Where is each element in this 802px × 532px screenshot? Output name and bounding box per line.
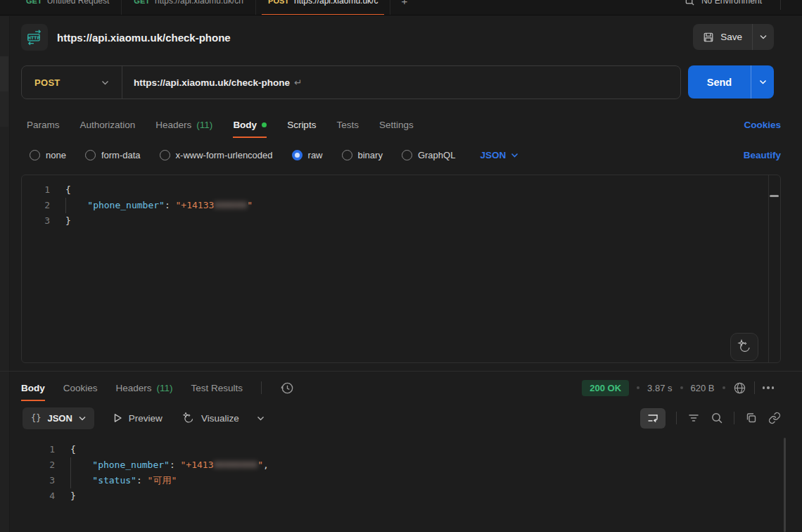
history-button[interactable] [280,381,295,395]
body-type-none[interactable]: none [30,150,66,160]
visualize-button[interactable]: Visualize [182,412,239,425]
more-options-button[interactable] [763,386,775,389]
tab-method-label: GET [26,0,42,5]
response-toolbar: {} JSON Preview Visualize [23,407,781,429]
tab-method-label: POST [268,0,289,5]
response-size[interactable]: 620 B [691,383,715,393]
chevron-down-icon [759,80,767,84]
send-button[interactable]: Send [688,65,751,99]
code-line: 1{ [22,182,780,198]
tab-headers[interactable]: Headers(11) [155,111,212,138]
chevron-down-icon [79,416,86,421]
tab-scripts[interactable]: Scripts [287,111,316,138]
send-dropdown-button[interactable] [751,65,774,99]
tab-tests[interactable]: Tests [336,111,359,138]
code-token: " [247,200,253,210]
code-token: "status" [92,475,136,486]
request-title: https://api.xiaomu.uk/check-phone [57,32,231,44]
code-token: : [165,200,176,210]
chevron-down-icon [257,416,265,421]
code-content: { [70,442,76,457]
response-time[interactable]: 3.87 s [647,383,672,393]
tab-label: Headers [155,120,191,130]
tab-params[interactable]: Params [27,111,60,138]
link-button[interactable] [768,412,781,424]
copy-button[interactable] [745,412,758,424]
preview-button[interactable]: Preview [113,413,163,424]
postbot-button[interactable] [730,333,758,361]
body-type-form-data[interactable]: form-data [85,150,141,160]
response-body-viewer[interactable]: 1{2 "phone_number": "+141300000000",3 "s… [21,435,767,504]
code-token: , [263,460,269,470]
save-button[interactable]: Save [693,24,752,50]
collapsed-sidebar[interactable] [0,16,10,532]
response-format-selector[interactable]: {} JSON [23,407,94,429]
request-tab[interactable]: GEThttps://api.xiaomu.uk/ch [122,0,256,15]
format-selector[interactable]: JSON [480,150,518,160]
response-tab-body[interactable]: Body [21,374,45,401]
code-token: "phone_number" [92,460,170,470]
code-token [70,475,92,486]
line-number: 1 [22,182,50,198]
response-scroll-thumb[interactable] [784,438,786,532]
body-type-GraphQL[interactable]: GraphQL [402,150,455,160]
body-type-raw[interactable]: raw [292,150,323,160]
return-symbol: ↵ [294,77,302,88]
body-type-x-www-form-urlencoded[interactable]: x-www-form-urlencoded [160,150,273,160]
editor-scroll-thumb[interactable] [770,195,779,197]
tab-method-label: GET [134,0,150,5]
tab-label: Settings [379,120,414,130]
save-dropdown-button[interactable] [752,24,774,50]
visualize-dropdown-button[interactable] [257,416,265,421]
send-button-group: Send [688,65,774,99]
url-input[interactable]: https://api.xiaomu.uk/check-phone↵ [122,77,302,88]
search-button[interactable] [711,412,723,424]
status-badge[interactable]: 200 OK [582,380,629,396]
code-token: "+1413 [181,460,214,470]
indent-guide [65,198,66,213]
response-tab-headers[interactable]: Headers(11) [116,374,173,401]
wrap-lines-icon [647,412,659,424]
tab-label: Scripts [287,120,316,130]
line-number: 3 [22,213,50,229]
code-line: 2 "phone_number": "+14133000000" [22,198,780,213]
ellipsis-icon [763,386,775,389]
code-token: { [65,184,71,195]
save-button-group: Save [693,24,774,50]
tab-title: https://api.xiaomu.uk/c [294,0,378,6]
indent-guide [70,457,71,473]
code-token: "+14133 [176,200,215,210]
play-icon [113,413,122,423]
filter-icon [687,412,700,424]
request-tab[interactable]: POSThttps://api.xiaomu.uk/c [256,0,390,15]
new-tab-button[interactable]: + [390,0,418,15]
response-tab-cookies[interactable]: Cookies [63,374,98,401]
code-token: { [70,444,76,455]
redacted-value: 000000 [214,200,247,210]
indent-guide [70,473,71,488]
tab-authorization[interactable]: Authorization [80,111,136,138]
filter-button[interactable] [687,412,700,424]
code-token: } [70,490,76,501]
body-type-binary[interactable]: binary [342,150,383,160]
network-button[interactable] [733,381,746,395]
environment-label: No Environment [701,0,762,6]
code-content: "phone_number": "+141300000000", [70,457,269,473]
code-content: { [65,182,71,198]
beautify-link[interactable]: Beautify [744,150,781,160]
response-tab-test-results[interactable]: Test Results [191,374,243,401]
radio-label: binary [358,150,383,160]
save-label: Save [720,32,742,42]
tab-body[interactable]: Body [233,111,267,138]
request-tab[interactable]: GETUntitled Request [14,0,122,15]
tab-settings[interactable]: Settings [379,111,414,138]
request-body-editor[interactable]: 1{2 "phone_number": "+14133000000"3} [21,175,781,363]
code-token [65,200,87,210]
wrap-lines-button[interactable] [640,408,666,429]
cookies-link[interactable]: Cookies [744,120,781,130]
editor-scroll-gutter[interactable] [768,175,780,362]
code-token: "phone_number" [87,200,165,210]
environment-selector[interactable]: No Environment [666,0,780,6]
method-selector[interactable]: POST [22,77,122,88]
chevron-down-icon [760,34,767,39]
